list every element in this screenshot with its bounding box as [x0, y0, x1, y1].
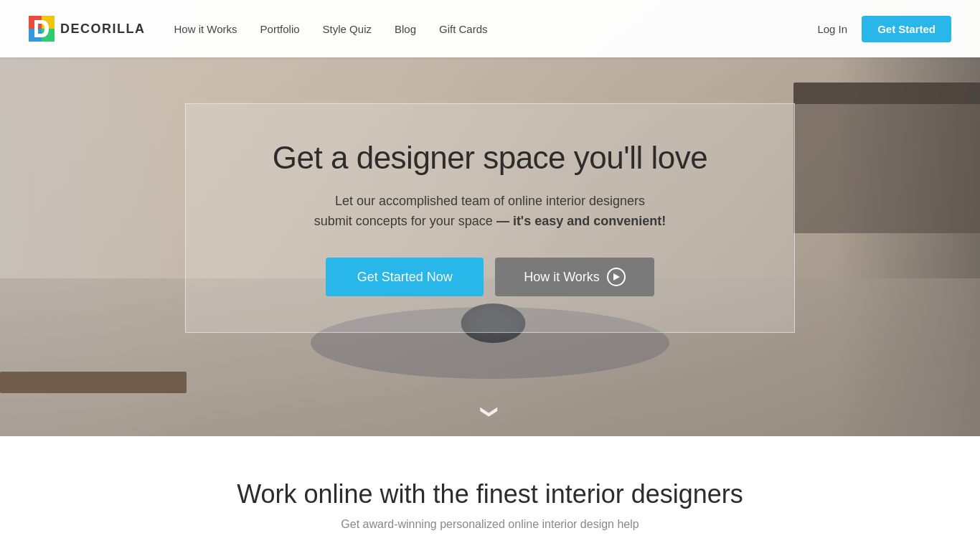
- nav-how-it-works[interactable]: How it Works: [174, 23, 237, 35]
- hero-subtext: Let our accomplished team of online inte…: [229, 191, 751, 232]
- nav-blog[interactable]: Blog: [395, 23, 416, 35]
- login-button[interactable]: Log In: [817, 23, 847, 35]
- hero-section: Get a designer space you'll love Let our…: [0, 0, 980, 436]
- hero-content-box: Get a designer space you'll love Let our…: [185, 103, 795, 333]
- nav-gift-cards[interactable]: Gift Cards: [439, 23, 488, 35]
- play-icon-circle: [607, 268, 626, 286]
- main-nav: How it Works Portfolio Style Quiz Blog G…: [174, 23, 818, 35]
- nav-style-quiz[interactable]: Style Quiz: [323, 23, 372, 35]
- section-title: Work online with the finest interior des…: [29, 479, 951, 509]
- how-it-works-label: How it Works: [524, 270, 600, 285]
- section-below-hero: Work online with the finest interior des…: [0, 436, 980, 551]
- site-header: DECORILLA How it Works Portfolio Style Q…: [0, 0, 980, 57]
- scroll-arrow[interactable]: ❯: [480, 405, 500, 419]
- logo-text: DECORILLA: [60, 22, 146, 37]
- logo-icon: [29, 16, 55, 42]
- how-it-works-button[interactable]: How it Works: [495, 258, 654, 296]
- hero-headline: Get a designer space you'll love: [229, 140, 751, 176]
- hero-subtext-line2-plain: submit concepts for your space: [314, 214, 496, 228]
- get-started-header-button[interactable]: Get Started: [862, 16, 951, 42]
- hero-subtext-line1: Let our accomplished team of online inte…: [335, 194, 645, 208]
- nav-portfolio[interactable]: Portfolio: [260, 23, 300, 35]
- hero-subtext-line2-bold: — it's easy and convenient!: [496, 214, 666, 228]
- header-right: Log In Get Started: [817, 16, 951, 42]
- get-started-now-button[interactable]: Get Started Now: [326, 258, 484, 296]
- section-subtitle: Get award-winning personalized online in…: [29, 518, 951, 531]
- logo-link[interactable]: DECORILLA: [29, 16, 146, 42]
- play-triangle-icon: [613, 273, 620, 281]
- hero-buttons: Get Started Now How it Works: [229, 258, 751, 296]
